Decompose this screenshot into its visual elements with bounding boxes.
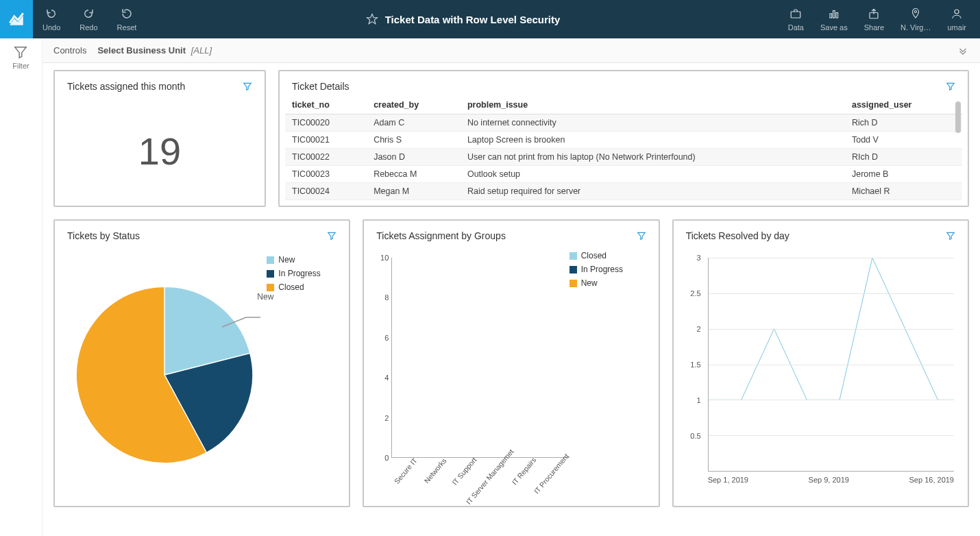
panel-filter-icon[interactable]	[637, 231, 646, 241]
undo-button[interactable]: Undo	[33, 0, 70, 38]
panel-ticket-details[interactable]: Ticket Details ticket_nocreated_byproble…	[278, 70, 969, 207]
table-cell: Laptop Screen is brooken	[461, 132, 845, 149]
star-icon[interactable]	[366, 13, 378, 25]
redo-button[interactable]: Redo	[70, 0, 107, 38]
table-cell: Outlook setup	[461, 166, 845, 183]
table-row[interactable]: TIC00024Megan MRaid setup required for s…	[285, 183, 962, 200]
reset-button[interactable]: Reset	[108, 0, 147, 38]
legend-swatch	[569, 252, 577, 260]
table-header[interactable]: assigned_user	[845, 96, 962, 114]
table-header[interactable]: ticket_no	[285, 96, 367, 114]
panel-kpi-tickets-assigned[interactable]: Tickets assigned this month 19	[53, 70, 266, 207]
reset-label: Reset	[117, 23, 137, 32]
table-header[interactable]: created_by	[367, 96, 461, 114]
region-button[interactable]: N. Virg…	[892, 0, 939, 38]
funnel-icon	[13, 45, 28, 59]
legend-item[interactable]: Closed	[569, 251, 652, 260]
redo-icon	[82, 7, 95, 21]
controls-filter[interactable]: Select Business Unit [ALL]	[97, 45, 212, 56]
reset-icon	[121, 7, 133, 21]
panel-filter-icon[interactable]	[243, 82, 252, 91]
panel-tickets-assignment-by-groups[interactable]: Tickets Assignment by Groups 0246810	[363, 219, 659, 507]
controls-bar: Controls Select Business Unit [ALL]	[42, 38, 980, 63]
panel-filter-icon[interactable]	[327, 231, 336, 241]
table-cell: Adam C	[367, 114, 461, 132]
table-scrollbar[interactable]	[955, 99, 961, 197]
legend-swatch	[267, 270, 274, 278]
bar-title: Tickets Assignment by Groups	[376, 230, 506, 241]
bar-x-label: Secure IT	[391, 459, 421, 499]
ticket-table: ticket_nocreated_byproblem_issueassigned…	[285, 96, 962, 200]
legend-label: In Progress	[581, 265, 623, 274]
undo-label: Undo	[42, 23, 60, 32]
table-row[interactable]: TIC00023Rebecca MOutlook setupJerome B	[285, 166, 962, 183]
region-label: N. Virg…	[901, 23, 931, 32]
svg-rect-3	[792, 12, 801, 18]
table-row[interactable]: TIC00022Jason DUser can not print from h…	[285, 149, 962, 166]
page-title: Ticket Data with Row Level Security	[385, 14, 561, 25]
legend-item[interactable]: Closed	[267, 282, 342, 292]
panel-tickets-resolved-by-day[interactable]: Tickets Resolved by day 0.511.522.53 Sep…	[672, 219, 969, 507]
panel-filter-icon[interactable]	[946, 82, 955, 91]
svg-rect-5	[833, 11, 835, 19]
saveas-label: Save as	[820, 23, 848, 32]
legend-swatch	[267, 284, 274, 291]
pie-chart	[69, 279, 260, 471]
legend-item[interactable]: New	[267, 255, 342, 265]
app-logo[interactable]	[0, 0, 33, 38]
legend-label: New	[581, 278, 598, 288]
line-x-tick: Sep 9, 2019	[809, 476, 849, 499]
pie-slice-label-new: New	[257, 292, 273, 302]
legend-label: Closed	[278, 282, 304, 292]
share-icon	[868, 7, 880, 21]
svg-marker-2	[367, 14, 377, 24]
kpi-title: Tickets assigned this month	[67, 81, 185, 92]
legend-label: Closed	[581, 251, 607, 260]
share-button[interactable]: Share	[856, 0, 892, 38]
table-cell: Rich D	[845, 114, 962, 132]
filter-label: Filter	[12, 62, 29, 70]
undo-icon	[45, 7, 58, 21]
panel-tickets-by-status[interactable]: Tickets by Status New NewIn ProgressClos…	[53, 219, 350, 507]
svg-rect-4	[830, 14, 832, 18]
bar-x-label: Networks	[421, 459, 451, 499]
bar-legend: ClosedIn ProgressNew	[569, 251, 652, 499]
legend-swatch	[569, 266, 577, 273]
pie-legend: NewIn ProgressClosed	[267, 251, 342, 499]
table-title: Ticket Details	[292, 81, 350, 92]
user-label: umair	[947, 23, 966, 32]
panel-filter-icon[interactable]	[946, 231, 955, 241]
bar-chart-icon	[828, 7, 840, 21]
line-x-tick: Sep 1, 2019	[708, 476, 748, 499]
bar-x-label: IT Procurement	[539, 459, 569, 499]
data-button[interactable]: Data	[780, 0, 812, 38]
table-cell: Megan M	[367, 183, 461, 200]
logo-icon	[8, 10, 25, 28]
table-cell: User can not print from his laptop (No N…	[461, 149, 845, 166]
svg-rect-6	[836, 13, 838, 19]
table-cell: Michael R	[845, 183, 962, 200]
filter-button[interactable]: Filter	[3, 45, 38, 70]
legend-swatch	[569, 280, 577, 287]
data-label: Data	[788, 23, 804, 32]
redo-label: Redo	[79, 23, 97, 32]
table-header[interactable]: problem_issue	[461, 96, 845, 114]
table-cell: TIC00024	[285, 183, 367, 200]
table-row[interactable]: TIC00021Chris SLaptop Screen is brookenT…	[285, 132, 962, 149]
table-row[interactable]: TIC00020Adam CNo internet connectivityRi…	[285, 114, 962, 132]
pie-title: Tickets by Status	[67, 230, 140, 241]
briefcase-icon	[789, 7, 802, 21]
table-cell: Chris S	[367, 132, 461, 149]
share-label: Share	[864, 23, 884, 32]
user-icon	[951, 7, 963, 21]
legend-item[interactable]: In Progress	[569, 265, 652, 274]
saveas-button[interactable]: Save as	[812, 0, 856, 38]
legend-label: In Progress	[278, 269, 320, 278]
table-cell: TIC00022	[285, 149, 367, 166]
legend-item[interactable]: In Progress	[267, 269, 342, 278]
legend-item[interactable]: New	[569, 278, 652, 288]
user-button[interactable]: umair	[939, 0, 975, 38]
expand-controls-icon[interactable]	[957, 45, 969, 57]
table-cell: RIch D	[845, 149, 962, 166]
controls-filter-value: [ALL]	[191, 45, 212, 56]
